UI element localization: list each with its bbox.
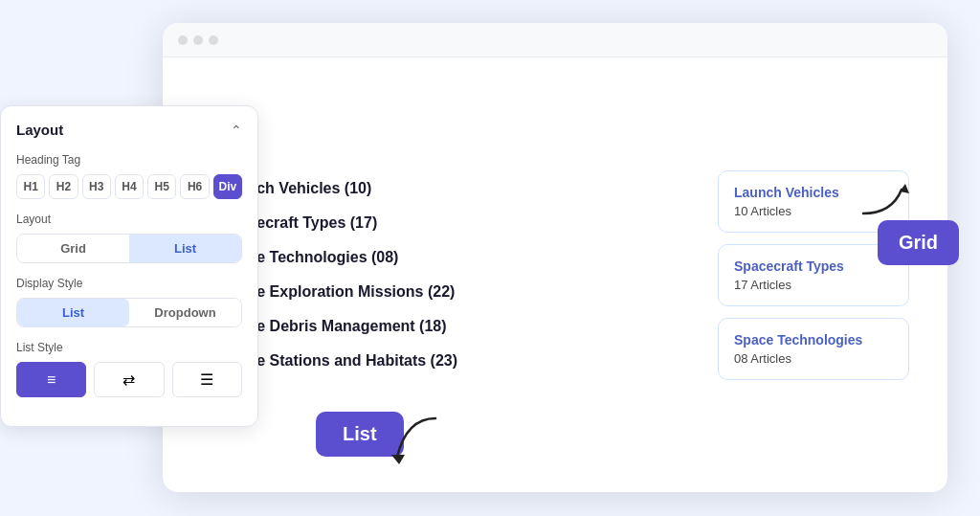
list-display-button[interactable]: List (17, 299, 129, 326)
browser-chrome (163, 23, 947, 57)
layout-label: Layout (16, 213, 242, 226)
display-style-label: Display Style (16, 277, 242, 290)
grid-layout-button[interactable]: Grid (17, 235, 129, 262)
layout-toggle: Grid List (16, 234, 242, 263)
list-item: Spacecraft Types (17) (201, 214, 679, 232)
heading-tag-section: Heading Tag H1 H2 H3 H4 H5 H6 Div (16, 153, 242, 199)
list-style-label: List Style (16, 341, 242, 354)
heading-tag-label: Heading Tag (16, 153, 242, 167)
svg-marker-0 (391, 455, 405, 464)
grid-card-title: Space Technologies (734, 332, 893, 348)
panel-header: Layout ⌃ (16, 122, 242, 138)
h3-button[interactable]: H3 (82, 174, 111, 199)
div-button[interactable]: Div (213, 174, 242, 199)
tag-buttons: H1 H2 H3 H4 H5 H6 Div (16, 174, 242, 199)
display-toggle: List Dropdown (16, 298, 242, 327)
plain-icon: ☰ (200, 370, 213, 389)
grid-card-3: Space Technologies 08 Articles (718, 318, 909, 380)
list-badge-label: List (343, 423, 377, 444)
list-item: Space Technologies (08) (201, 249, 679, 266)
numbers-icon: ⇄ (122, 370, 135, 389)
browser-content: Launch Vehicles (10) Spacecraft Types (1… (163, 57, 947, 492)
h2-button[interactable]: H2 (49, 174, 78, 199)
grid-section: Launch Vehicles 10 Articles Spacecraft T… (718, 86, 909, 463)
numbers-style-button[interactable]: ⇄ (94, 362, 164, 397)
h6-button[interactable]: H6 (180, 174, 209, 199)
settings-panel: Layout ⌃ Heading Tag H1 H2 H3 H4 H5 H6 D… (0, 105, 258, 427)
dot-red (178, 35, 188, 45)
dropdown-display-button[interactable]: Dropdown (129, 299, 241, 326)
browser-dots (178, 35, 218, 45)
h5-button[interactable]: H5 (147, 174, 176, 199)
grid-arrow (844, 180, 921, 247)
list-item: Launch Vehicles (10) (201, 180, 679, 197)
list-item: Space Exploration Missions (22) (201, 283, 679, 301)
bullets-style-button[interactable]: ≡ (16, 362, 86, 397)
panel-title: Layout (16, 122, 63, 138)
list-style-row: ≡ ⇄ ☰ (16, 362, 242, 397)
dot-yellow (193, 35, 203, 45)
h4-button[interactable]: H4 (115, 174, 144, 199)
list-arrow (378, 399, 464, 476)
list-layout-button[interactable]: List (129, 235, 241, 262)
list-item: Space Debris Management (18) (201, 318, 679, 335)
chevron-up-icon: ⌃ (231, 123, 242, 138)
display-style-section: Display Style List Dropdown (16, 277, 242, 327)
list-style-section: List Style ≡ ⇄ ☰ (16, 341, 242, 397)
plain-style-button[interactable]: ☰ (172, 362, 242, 397)
h1-button[interactable]: H1 (16, 174, 45, 199)
browser-window: Launch Vehicles (10) Spacecraft Types (1… (163, 23, 947, 492)
grid-card-subtitle: 17 Articles (734, 278, 893, 292)
grid-card-subtitle: 08 Articles (734, 351, 893, 366)
dot-green (209, 35, 218, 45)
list-item: Space Stations and Habitats (23) (201, 352, 679, 370)
layout-section: Layout Grid List (16, 213, 242, 263)
bullets-icon: ≡ (47, 371, 56, 389)
grid-card-title: Spacecraft Types (734, 258, 893, 274)
